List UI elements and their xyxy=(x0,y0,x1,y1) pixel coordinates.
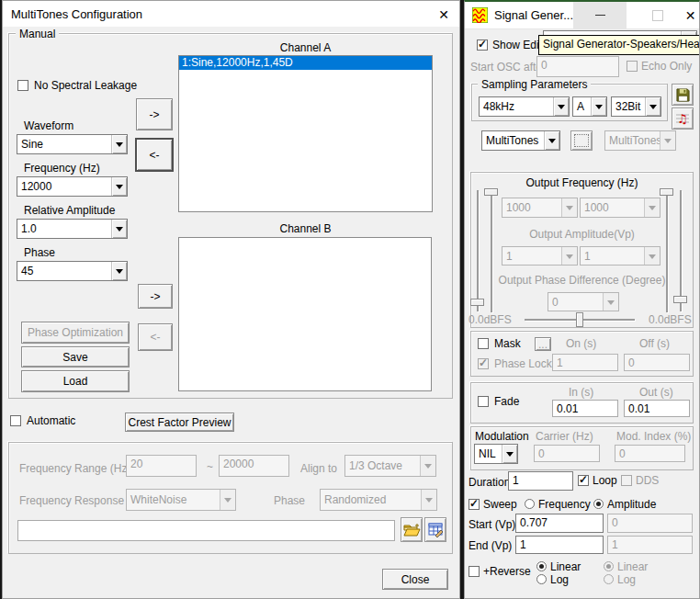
save-button[interactable]: Save xyxy=(21,346,130,367)
fade-in-field[interactable]: 0.01 xyxy=(552,400,618,417)
output-amplitude-b-select[interactable]: 1 xyxy=(580,246,660,266)
balance-slider-b-track[interactable] xyxy=(666,190,668,312)
carrier-field[interactable]: 0 xyxy=(534,445,600,462)
chevron-down-icon[interactable] xyxy=(111,177,127,196)
chevron-down-icon[interactable] xyxy=(544,131,559,150)
start-vp-a-field[interactable]: 0.707 xyxy=(515,514,604,533)
signal-generator-titlebar[interactable]: Signal Gener... ✕ xyxy=(465,2,699,29)
sampling-rate-select[interactable]: 48kHz xyxy=(479,96,570,117)
output-amplitude-a-select[interactable]: 1 xyxy=(502,246,578,266)
reverse-checkbox[interactable] xyxy=(469,566,480,577)
output-frequency-b-select[interactable]: 1000 xyxy=(580,198,660,218)
sampling-channel-select[interactable]: A xyxy=(572,96,607,117)
sweep-frequency-radio[interactable] xyxy=(525,499,535,509)
balance-slider-h-thumb[interactable] xyxy=(576,312,583,327)
crest-factor-preview-button[interactable]: Crest Factor Preview xyxy=(125,413,234,432)
generator-type-b-select[interactable]: MultiTones xyxy=(604,130,676,151)
maximize-button[interactable] xyxy=(639,2,676,28)
level-slider-b-thumb[interactable] xyxy=(673,296,687,303)
open-file-button[interactable] xyxy=(401,517,423,542)
level-slider-a-thumb[interactable] xyxy=(470,299,484,306)
linear-b-radio[interactable] xyxy=(604,561,614,571)
chevron-down-icon[interactable] xyxy=(645,97,660,116)
edit-table-button[interactable] xyxy=(424,517,446,542)
fade-out-field[interactable]: 0.01 xyxy=(624,400,690,417)
sampling-bits-select[interactable]: 32Bit xyxy=(611,96,661,117)
play-tones-button[interactable]: ♫ xyxy=(672,107,694,130)
minimize-button[interactable] xyxy=(573,2,627,28)
frequency-response-select[interactable]: WhiteNoise xyxy=(126,489,236,511)
automatic-checkbox[interactable] xyxy=(10,415,21,426)
phase-lock-checkbox[interactable]: ✓ xyxy=(478,358,489,369)
remove-from-channel-a-button[interactable]: <- xyxy=(136,139,173,171)
level-slider-a-track[interactable] xyxy=(477,190,479,311)
balance-slider-a-thumb[interactable] xyxy=(484,188,498,196)
channel-b-list[interactable] xyxy=(178,237,432,391)
echo-only-label: Echo Only xyxy=(641,60,692,73)
end-vp-a-field[interactable]: 1 xyxy=(515,536,604,554)
mask-checkbox[interactable] xyxy=(478,338,489,349)
mask-label: Mask xyxy=(494,337,521,350)
chevron-down-icon[interactable] xyxy=(553,97,569,116)
frequency-range-to-field[interactable]: 20000 xyxy=(219,455,289,477)
mask-more-button[interactable]: ... xyxy=(535,337,551,351)
load-button[interactable]: Load xyxy=(21,370,130,392)
folder-open-icon xyxy=(403,523,421,537)
auto-phase-select[interactable]: Randomized xyxy=(320,489,437,511)
phase-select[interactable]: 45 xyxy=(17,261,128,281)
chevron-down-icon[interactable] xyxy=(502,445,517,463)
add-to-channel-a-button[interactable]: -> xyxy=(136,98,173,130)
generator-config-button[interactable] xyxy=(570,130,593,151)
dds-checkbox[interactable] xyxy=(621,475,632,486)
channel-a-item-selected[interactable]: 1:Sine,12000Hz,1,45D xyxy=(179,56,432,70)
relative-amplitude-select[interactable]: 1.0 xyxy=(17,219,128,239)
end-vp-b-field[interactable]: 1 xyxy=(607,536,693,554)
fade-checkbox[interactable] xyxy=(478,396,489,407)
close-dialog-button[interactable]: Close xyxy=(382,569,448,590)
echo-only-checkbox[interactable] xyxy=(627,61,638,72)
file-path-field[interactable] xyxy=(17,520,395,541)
mask-on-field[interactable]: 1 xyxy=(552,354,618,371)
linear-a-radio[interactable] xyxy=(536,561,547,571)
mask-off-field[interactable]: 0 xyxy=(624,354,690,371)
output-frequency-a-select[interactable]: 1000 xyxy=(502,198,578,218)
chevron-down-icon[interactable] xyxy=(111,262,127,280)
generator-type-select[interactable]: MultiTones xyxy=(481,130,560,151)
balance-slider-a-track[interactable] xyxy=(491,190,492,312)
dds-label: DDS xyxy=(636,474,659,487)
remove-from-channel-b-button[interactable]: <- xyxy=(138,323,173,351)
mod-index-field[interactable]: 0 xyxy=(615,445,685,462)
channel-a-list[interactable]: 1:Sine,12000Hz,1,45D xyxy=(178,55,433,212)
save-signal-button[interactable] xyxy=(672,84,694,106)
no-spectral-leakage-checkbox[interactable] xyxy=(17,80,28,91)
log-b-radio[interactable] xyxy=(604,574,614,584)
log-a-radio[interactable] xyxy=(536,574,547,584)
multitones-titlebar[interactable]: MultiTones Configuration ✕ xyxy=(3,1,459,27)
align-to-select[interactable]: 1/3 Octave xyxy=(344,455,436,477)
chevron-down-icon[interactable] xyxy=(111,135,127,153)
start-osc-field[interactable]: 0 xyxy=(536,56,619,77)
duration-field[interactable]: 1 xyxy=(508,471,573,491)
balance-slider-b-thumb[interactable] xyxy=(660,188,673,196)
level-slider-b-track[interactable] xyxy=(680,190,682,311)
close-button[interactable]: ✕ xyxy=(680,2,700,28)
show-editor-checkbox[interactable]: ✓ xyxy=(477,40,488,51)
chevron-down-icon[interactable] xyxy=(591,97,606,116)
waveform-select[interactable]: Sine xyxy=(17,134,128,154)
frequency-response-label: Frequency Response xyxy=(19,494,124,507)
end-vp-label: End (Vp) xyxy=(469,539,512,552)
output-phase-select[interactable]: 0 xyxy=(548,292,619,311)
add-to-channel-b-button[interactable]: -> xyxy=(138,284,173,309)
modulation-select[interactable]: NIL xyxy=(474,444,518,464)
phase-optimization-button[interactable]: Phase Optimization xyxy=(21,322,130,344)
chevron-down-icon[interactable] xyxy=(111,220,127,238)
start-vp-b-field[interactable]: 0 xyxy=(607,514,693,533)
frequency-select[interactable]: 12000 xyxy=(17,176,128,197)
loop-checkbox[interactable]: ✓ xyxy=(578,475,589,486)
check-icon: ✓ xyxy=(479,356,488,369)
sweep-checkbox[interactable]: ✓ xyxy=(469,499,480,510)
sweep-amplitude-radio[interactable] xyxy=(593,499,604,509)
output-frequency-b-value: 1000 xyxy=(584,201,609,214)
close-button[interactable]: ✕ xyxy=(430,1,457,28)
frequency-range-from-field[interactable]: 20 xyxy=(126,455,197,477)
